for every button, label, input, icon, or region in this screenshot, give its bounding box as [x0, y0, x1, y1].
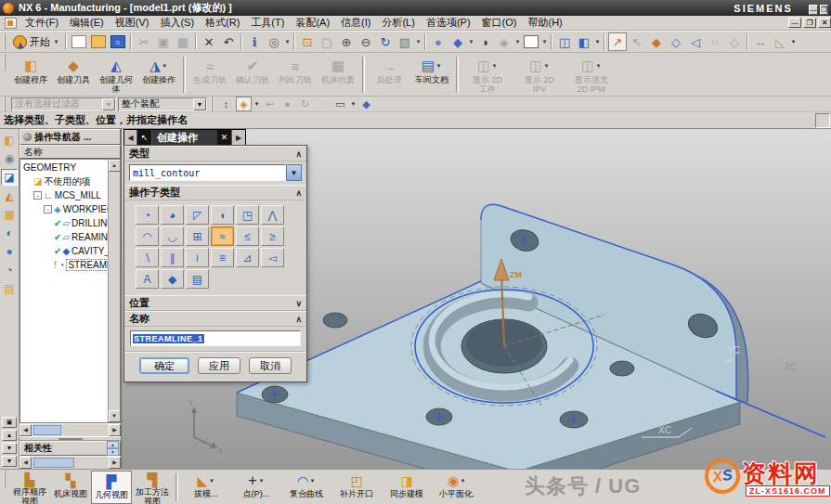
horizontal-scrollbar[interactable]: ◀ ▶	[19, 456, 121, 469]
selection-scope-combo[interactable]: 整个装配 ▼	[118, 97, 207, 111]
assembly-navigator-icon[interactable]: ◧	[1, 132, 18, 149]
menu-item-5[interactable]: 格式(R)	[200, 15, 245, 31]
select-handle-icon[interactable]: ↖	[628, 32, 646, 51]
constraint-navigator-icon[interactable]: ◉	[1, 150, 18, 167]
menu-item-2[interactable]: 编辑(E)	[64, 15, 110, 31]
chevron-down-icon[interactable]: ▾	[460, 477, 466, 485]
properties-icon[interactable]: ℹ	[245, 32, 264, 51]
doc-restore-button[interactable]: ❐	[803, 18, 816, 28]
zoom-in-out-icon[interactable]: ⊖	[357, 32, 375, 51]
history-icon[interactable]: ◔	[1, 262, 18, 278]
menu-item-11[interactable]: 窗口(O)	[476, 15, 523, 31]
rect-select-icon[interactable]: ▭	[332, 97, 348, 111]
select-solid-icon[interactable]: ●	[279, 97, 295, 111]
snap-angle-icon[interactable]: ◈	[236, 97, 252, 111]
chevron-down-icon[interactable]: ▼	[193, 98, 206, 110]
apply-button[interactable]: 应用	[198, 357, 240, 374]
dependencies-arrows[interactable]: ▲▼	[107, 441, 119, 456]
open-icon[interactable]	[91, 35, 106, 48]
cube-select-icon[interactable]: ◆	[358, 97, 374, 111]
start-button[interactable]: 开始 ▾	[10, 32, 62, 51]
scroll-down-icon[interactable]: ▼	[2, 443, 17, 454]
subtype-section-header[interactable]: 操作子类型 ∧	[124, 185, 306, 200]
snap-point-icon[interactable]: ◆	[647, 32, 666, 51]
doc-close-button[interactable]: ✕	[818, 18, 831, 28]
undo-icon[interactable]: ↶	[219, 32, 238, 51]
deselect-icon[interactable]: ↩	[262, 97, 278, 111]
zlevel-profile-icon[interactable]: ◳	[236, 205, 259, 225]
toolbar-grip[interactable]	[4, 54, 7, 71]
postprocess-button[interactable]: →后处理	[368, 54, 410, 96]
machine-tool-navigator-icon[interactable]: ◭	[1, 187, 18, 204]
scroll-down-icon[interactable]: ▼	[109, 410, 121, 422]
measure-icon[interactable]: ↔	[751, 32, 770, 51]
tree-item[interactable]: ✔▱REAMING	[20, 230, 108, 244]
plunge-milling-icon[interactable]: ◕	[161, 205, 184, 225]
rendering-style-icon[interactable]: ◆	[448, 32, 467, 51]
zlevel-corner-icon[interactable]: ⋀	[261, 205, 284, 225]
fixed-contour-icon[interactable]: ◠	[136, 226, 159, 246]
menu-item-8[interactable]: 信息(I)	[335, 15, 376, 31]
name-section-header[interactable]: 名称 ∧	[124, 311, 306, 327]
scroll-left-icon[interactable]: ◀	[19, 424, 32, 436]
rotate-view-icon[interactable]: ↻	[376, 32, 395, 51]
menu-item-1[interactable]: 文件(F)	[19, 15, 64, 31]
create-program-button[interactable]: ◧创建程序	[9, 54, 52, 96]
scroll-right-icon[interactable]: ▶	[109, 424, 121, 436]
contour-area-icon[interactable]: ◡	[161, 226, 184, 246]
cancel-button[interactable]: 取消	[249, 357, 292, 374]
toolbar-grip[interactable]	[4, 96, 7, 112]
collapse-icon[interactable]: ∧	[295, 149, 302, 159]
template-palette-icon[interactable]: ▤	[1, 280, 18, 297]
chevron-down-icon[interactable]: ▾	[595, 62, 602, 70]
restore-button[interactable]: ❐	[820, 5, 828, 15]
move-object-icon[interactable]: ◧	[575, 32, 593, 51]
point-button[interactable]: +▾点(P)...	[231, 471, 281, 504]
chevron-down-icon[interactable]: ▾	[468, 38, 474, 45]
rest-milling-icon[interactable]: ◖	[211, 205, 234, 225]
create-operation-button[interactable]: ◮▾创建操作	[137, 54, 180, 96]
chevron-down-icon[interactable]: ▾	[208, 477, 214, 485]
flowcut-smooth-icon[interactable]: ≡	[211, 248, 234, 267]
snap-center-icon[interactable]: ○	[706, 32, 724, 51]
chevron-down-icon[interactable]: ▾	[514, 38, 521, 45]
tab-next-icon[interactable]: ▶	[232, 130, 245, 145]
composite-curve-button[interactable]: ◠▾复合曲线	[281, 471, 331, 504]
chevron-down-icon[interactable]: ▾	[162, 62, 168, 70]
collapse-icon[interactable]: ∧	[295, 315, 302, 324]
location-section-header[interactable]: 位置 ∨	[124, 295, 306, 311]
toolbar-grip[interactable]	[4, 33, 7, 50]
chevron-down-icon[interactable]: ▾	[594, 38, 601, 45]
find-icon[interactable]: ◎	[265, 32, 283, 51]
menu-item-9[interactable]: 分析(L)	[376, 15, 420, 31]
tree-expand-icon[interactable]: -	[44, 205, 52, 213]
mill-user-icon[interactable]: ◆	[161, 269, 184, 289]
snap-end-icon[interactable]: ◇	[667, 32, 685, 51]
expand-icon[interactable]: ∨	[295, 299, 302, 308]
fit-view-icon[interactable]: ⊡	[298, 32, 317, 51]
facet-button[interactable]: ◉▾小平面化.	[432, 471, 482, 504]
name-input[interactable]: STREAMLINE_1	[130, 330, 301, 346]
reuse-library-icon[interactable]: ▦	[1, 206, 18, 223]
machine-tool-view-button[interactable]: ▚机床视图	[50, 471, 91, 504]
tab-prev-icon[interactable]: ◀	[124, 130, 137, 145]
tree-item[interactable]: ✔◆CAVITY_	[20, 244, 108, 258]
background-icon[interactable]	[524, 35, 539, 48]
program-order-view-button[interactable]: ▙程序顺序视图	[9, 471, 50, 504]
dependencies-header[interactable]: 相关性 ▲▼	[19, 441, 121, 456]
chevron-down-icon[interactable]: ▾	[258, 477, 265, 485]
chevron-down-icon[interactable]: ▾	[435, 62, 442, 70]
collapse-down-icon[interactable]: ▼	[107, 448, 119, 456]
list-toolpath-button[interactable]: ≡列出刀轨	[274, 54, 317, 96]
generate-toolpath-button[interactable]: ≈生成刀轨	[188, 54, 231, 96]
new-icon[interactable]	[71, 35, 86, 48]
chevron-down-icon[interactable]: ▾	[491, 62, 498, 70]
navigator-header[interactable]: 操作导航器 ...	[19, 129, 121, 145]
contour-profile-icon[interactable]: ◅	[261, 248, 284, 267]
chevron-down-icon[interactable]: ▾	[350, 100, 357, 108]
type-section-header[interactable]: 类型 ∧	[124, 146, 306, 162]
update-display-icon[interactable]: ▧	[396, 32, 414, 51]
contour-text-icon[interactable]: A	[136, 269, 159, 289]
tree-item[interactable]: ◪不使用的项	[20, 174, 108, 188]
mill-control-icon[interactable]: ▤	[186, 269, 209, 289]
